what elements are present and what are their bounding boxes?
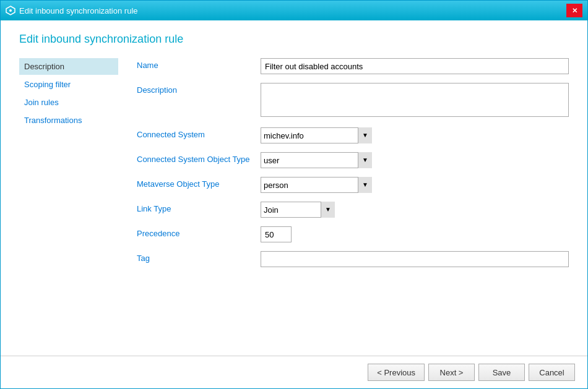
content-area: Edit inbound synchronization rule Descri… <box>1 20 587 356</box>
link-type-select[interactable]: Join <box>261 202 335 218</box>
sidebar-item-scoping-filter[interactable]: Scoping filter <box>19 76 118 93</box>
page-title: Edit inbound synchronization rule <box>19 33 569 46</box>
footer: < Previous Next > Save Cancel <box>1 356 587 388</box>
name-row: Name <box>137 58 569 74</box>
next-button[interactable]: Next > <box>428 364 475 381</box>
connected-system-object-type-row: Connected System Object Type user <box>137 152 569 168</box>
cancel-button[interactable]: Cancel <box>529 364 575 381</box>
window-title: Edit inbound synchronization rule <box>19 6 138 15</box>
title-bar-left: Edit inbound synchronization rule <box>6 6 138 15</box>
metaverse-object-type-select-wrapper: person <box>261 177 372 193</box>
name-input[interactable] <box>261 58 569 74</box>
tag-input[interactable] <box>261 251 569 267</box>
precedence-row: Precedence <box>137 226 569 242</box>
tag-label: Tag <box>137 251 261 263</box>
connected-system-select[interactable]: michev.info <box>261 127 372 143</box>
title-bar: Edit inbound synchronization rule ✕ <box>1 1 587 20</box>
name-control <box>261 58 569 74</box>
description-control <box>261 83 569 119</box>
tag-row: Tag <box>137 251 569 267</box>
precedence-label: Precedence <box>137 226 261 238</box>
previous-button[interactable]: < Previous <box>368 364 425 381</box>
metaverse-object-type-select[interactable]: person <box>261 177 372 193</box>
connected-system-row: Connected System michev.info <box>137 127 569 143</box>
name-label: Name <box>137 58 261 70</box>
connected-system-label: Connected System <box>137 127 261 139</box>
sidebar-item-description[interactable]: Description <box>19 58 118 75</box>
main-layout: Description Scoping filter Join rules Tr… <box>19 58 569 356</box>
save-button[interactable]: Save <box>478 364 525 381</box>
svg-point-1 <box>9 9 12 12</box>
sidebar-item-transformations[interactable]: Transformations <box>19 112 118 129</box>
link-type-label: Link Type <box>137 202 261 213</box>
sidebar: Description Scoping filter Join rules Tr… <box>19 58 118 356</box>
connected-system-object-type-select-wrapper: user <box>261 152 372 168</box>
app-icon <box>6 6 15 15</box>
form-area: Name Description Connected System <box>131 58 569 356</box>
sidebar-item-join-rules[interactable]: Join rules <box>19 94 118 111</box>
main-window: Edit inbound synchronization rule ✕ Edit… <box>0 0 588 389</box>
description-textarea[interactable] <box>261 83 569 117</box>
description-row: Description <box>137 83 569 119</box>
connected-system-object-type-control: user <box>261 152 569 168</box>
precedence-control <box>261 226 569 242</box>
connected-system-control: michev.info <box>261 127 569 143</box>
connected-system-object-type-label: Connected System Object Type <box>137 152 261 164</box>
metaverse-object-type-label: Metaverse Object Type <box>137 177 261 189</box>
connected-system-object-type-select[interactable]: user <box>261 152 372 168</box>
close-button[interactable]: ✕ <box>566 4 582 17</box>
link-type-row: Link Type Join <box>137 202 569 218</box>
description-label: Description <box>137 83 261 95</box>
precedence-input[interactable] <box>261 226 292 242</box>
link-type-control: Join <box>261 202 569 218</box>
connected-system-select-wrapper: michev.info <box>261 127 372 143</box>
link-type-select-wrapper: Join <box>261 202 335 218</box>
metaverse-object-type-control: person <box>261 177 569 193</box>
tag-control <box>261 251 569 267</box>
metaverse-object-type-row: Metaverse Object Type person <box>137 177 569 193</box>
